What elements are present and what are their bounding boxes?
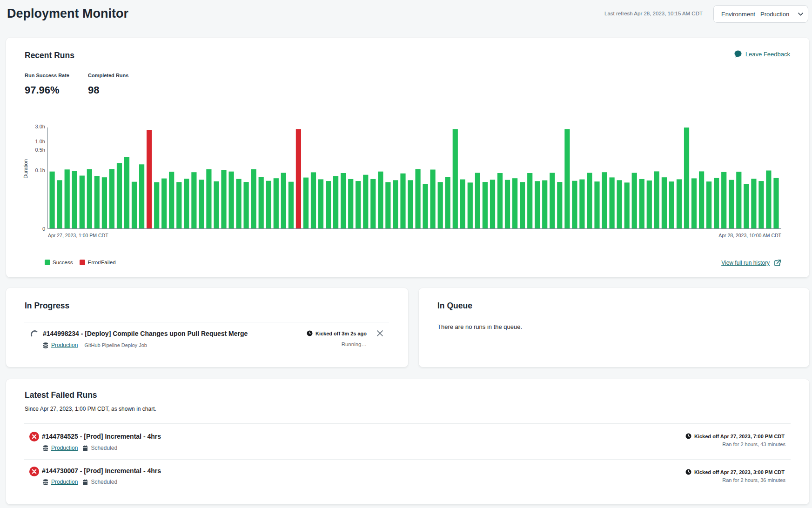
- svg-text:Apr 27, 2023, 1:00 PM CDT: Apr 27, 2023, 1:00 PM CDT: [48, 233, 108, 238]
- svg-text:Apr 28, 2023, 10:00 AM CDT: Apr 28, 2023, 10:00 AM CDT: [718, 233, 781, 238]
- svg-text:3.0h: 3.0h: [35, 124, 45, 129]
- svg-text:0: 0: [42, 226, 45, 232]
- svg-text:Duration: Duration: [23, 159, 28, 179]
- svg-text:0.5h: 0.5h: [35, 147, 45, 153]
- svg-text:1.0h: 1.0h: [35, 139, 45, 144]
- svg-text:0.1h: 0.1h: [35, 167, 45, 173]
